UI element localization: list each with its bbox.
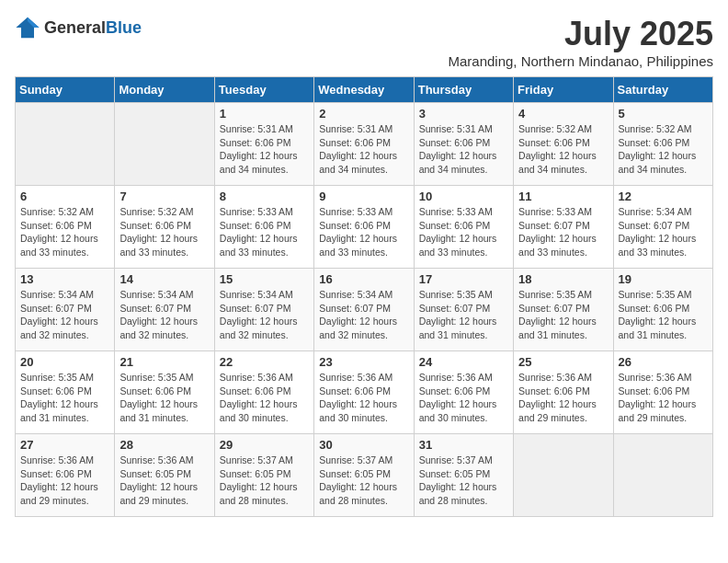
- day-header-thursday: Thursday: [414, 77, 513, 103]
- calendar-cell: 22Sunrise: 5:36 AM Sunset: 6:06 PM Dayli…: [214, 351, 313, 434]
- day-info: Sunrise: 5:32 AM Sunset: 6:06 PM Dayligh…: [518, 122, 608, 177]
- day-header-saturday: Saturday: [613, 77, 712, 103]
- day-number: 22: [220, 355, 309, 369]
- day-header-monday: Monday: [115, 77, 214, 103]
- calendar-cell: 4Sunrise: 5:32 AM Sunset: 6:06 PM Daylig…: [514, 103, 613, 186]
- day-number: 25: [518, 355, 608, 369]
- week-row-4: 20Sunrise: 5:35 AM Sunset: 6:06 PM Dayli…: [16, 351, 713, 434]
- logo-blue: Blue: [106, 18, 142, 37]
- calendar-cell: [613, 434, 712, 517]
- day-info: Sunrise: 5:34 AM Sunset: 6:07 PM Dayligh…: [119, 288, 209, 342]
- calendar-cell: 2Sunrise: 5:31 AM Sunset: 6:06 PM Daylig…: [314, 103, 414, 186]
- day-number: 26: [619, 355, 708, 369]
- day-number: 13: [20, 272, 109, 286]
- day-number: 4: [518, 107, 608, 121]
- day-number: 6: [20, 190, 109, 203]
- day-info: Sunrise: 5:34 AM Sunset: 6:07 PM Dayligh…: [220, 288, 309, 342]
- calendar-cell: [115, 103, 214, 186]
- calendar-cell: 11Sunrise: 5:33 AM Sunset: 6:07 PM Dayli…: [514, 186, 613, 269]
- calendar-cell: 28Sunrise: 5:36 AM Sunset: 6:05 PM Dayli…: [115, 434, 214, 517]
- day-number: 16: [319, 272, 408, 286]
- header: GeneralBlue July 2025 Maranding, Norther…: [15, 15, 713, 69]
- calendar-cell: 26Sunrise: 5:36 AM Sunset: 6:06 PM Dayli…: [613, 351, 712, 434]
- day-info: Sunrise: 5:36 AM Sunset: 6:06 PM Dayligh…: [220, 371, 309, 425]
- day-number: 1: [220, 107, 309, 121]
- day-number: 19: [619, 272, 708, 286]
- day-info: Sunrise: 5:33 AM Sunset: 6:07 PM Dayligh…: [518, 205, 608, 259]
- day-number: 10: [419, 190, 508, 203]
- day-info: Sunrise: 5:32 AM Sunset: 6:06 PM Dayligh…: [619, 122, 708, 177]
- calendar-cell: 31Sunrise: 5:37 AM Sunset: 6:05 PM Dayli…: [414, 434, 513, 517]
- calendar-table: SundayMondayTuesdayWednesdayThursdayFrid…: [15, 76, 713, 517]
- day-info: Sunrise: 5:35 AM Sunset: 6:06 PM Dayligh…: [20, 371, 109, 425]
- day-number: 12: [619, 190, 708, 203]
- day-info: Sunrise: 5:34 AM Sunset: 6:07 PM Dayligh…: [319, 288, 408, 342]
- calendar-cell: 16Sunrise: 5:34 AM Sunset: 6:07 PM Dayli…: [314, 269, 414, 351]
- day-number: 21: [119, 355, 209, 369]
- week-row-3: 13Sunrise: 5:34 AM Sunset: 6:07 PM Dayli…: [16, 269, 713, 351]
- calendar-cell: 8Sunrise: 5:33 AM Sunset: 6:06 PM Daylig…: [214, 186, 313, 269]
- day-number: 14: [119, 272, 209, 286]
- day-number: 31: [419, 438, 508, 452]
- day-number: 3: [419, 107, 508, 121]
- calendar-cell: 15Sunrise: 5:34 AM Sunset: 6:07 PM Dayli…: [214, 269, 313, 351]
- day-number: 28: [119, 438, 209, 452]
- day-number: 11: [518, 190, 608, 203]
- week-row-5: 27Sunrise: 5:36 AM Sunset: 6:06 PM Dayli…: [16, 434, 713, 517]
- day-info: Sunrise: 5:36 AM Sunset: 6:06 PM Dayligh…: [20, 454, 109, 508]
- calendar-cell: 9Sunrise: 5:33 AM Sunset: 6:06 PM Daylig…: [314, 186, 414, 269]
- day-info: Sunrise: 5:36 AM Sunset: 6:05 PM Dayligh…: [119, 454, 209, 508]
- day-number: 9: [319, 190, 408, 203]
- day-info: Sunrise: 5:33 AM Sunset: 6:06 PM Dayligh…: [220, 205, 309, 259]
- day-info: Sunrise: 5:31 AM Sunset: 6:06 PM Dayligh…: [319, 122, 408, 177]
- calendar-cell: 19Sunrise: 5:35 AM Sunset: 6:06 PM Dayli…: [613, 269, 712, 351]
- day-number: 23: [319, 355, 408, 369]
- day-header-tuesday: Tuesday: [214, 77, 313, 103]
- day-info: Sunrise: 5:33 AM Sunset: 6:06 PM Dayligh…: [319, 205, 408, 259]
- week-row-1: 1Sunrise: 5:31 AM Sunset: 6:06 PM Daylig…: [16, 103, 713, 186]
- day-info: Sunrise: 5:34 AM Sunset: 6:07 PM Dayligh…: [20, 288, 109, 342]
- title-area: July 2025 Maranding, Northern Mindanao, …: [448, 15, 713, 69]
- calendar-cell: 10Sunrise: 5:33 AM Sunset: 6:06 PM Dayli…: [414, 186, 513, 269]
- calendar-cell: 3Sunrise: 5:31 AM Sunset: 6:06 PM Daylig…: [414, 103, 513, 186]
- calendar-cell: 29Sunrise: 5:37 AM Sunset: 6:05 PM Dayli…: [214, 434, 313, 517]
- day-number: 5: [619, 107, 708, 121]
- day-info: Sunrise: 5:35 AM Sunset: 6:07 PM Dayligh…: [518, 288, 608, 342]
- location-subtitle: Maranding, Northern Mindanao, Philippine…: [448, 53, 713, 69]
- day-info: Sunrise: 5:36 AM Sunset: 6:06 PM Dayligh…: [619, 371, 708, 425]
- day-header-sunday: Sunday: [16, 77, 115, 103]
- calendar-cell: 7Sunrise: 5:32 AM Sunset: 6:06 PM Daylig…: [115, 186, 214, 269]
- day-info: Sunrise: 5:34 AM Sunset: 6:07 PM Dayligh…: [619, 205, 708, 259]
- day-number: 29: [220, 438, 309, 452]
- day-info: Sunrise: 5:33 AM Sunset: 6:06 PM Dayligh…: [419, 205, 508, 259]
- calendar-cell: 13Sunrise: 5:34 AM Sunset: 6:07 PM Dayli…: [16, 269, 115, 351]
- logo: GeneralBlue: [15, 15, 142, 40]
- day-info: Sunrise: 5:37 AM Sunset: 6:05 PM Dayligh…: [220, 454, 309, 508]
- day-info: Sunrise: 5:36 AM Sunset: 6:06 PM Dayligh…: [319, 371, 408, 425]
- day-info: Sunrise: 5:36 AM Sunset: 6:06 PM Dayligh…: [419, 371, 508, 425]
- calendar-cell: [16, 103, 115, 186]
- day-number: 20: [20, 355, 109, 369]
- day-info: Sunrise: 5:35 AM Sunset: 6:06 PM Dayligh…: [619, 288, 708, 342]
- calendar-cell: 18Sunrise: 5:35 AM Sunset: 6:07 PM Dayli…: [514, 269, 613, 351]
- day-info: Sunrise: 5:35 AM Sunset: 6:06 PM Dayligh…: [119, 371, 209, 425]
- calendar-cell: 21Sunrise: 5:35 AM Sunset: 6:06 PM Dayli…: [115, 351, 214, 434]
- calendar-cell: 17Sunrise: 5:35 AM Sunset: 6:07 PM Dayli…: [414, 269, 513, 351]
- day-info: Sunrise: 5:31 AM Sunset: 6:06 PM Dayligh…: [419, 122, 508, 177]
- calendar-cell: [514, 434, 613, 517]
- days-header-row: SundayMondayTuesdayWednesdayThursdayFrid…: [16, 77, 713, 103]
- calendar-cell: 30Sunrise: 5:37 AM Sunset: 6:05 PM Dayli…: [314, 434, 414, 517]
- day-number: 24: [419, 355, 508, 369]
- logo-general: General: [44, 18, 106, 37]
- day-number: 8: [220, 190, 309, 203]
- week-row-2: 6Sunrise: 5:32 AM Sunset: 6:06 PM Daylig…: [16, 186, 713, 269]
- calendar-cell: 20Sunrise: 5:35 AM Sunset: 6:06 PM Dayli…: [16, 351, 115, 434]
- day-number: 2: [319, 107, 408, 121]
- calendar-cell: 25Sunrise: 5:36 AM Sunset: 6:06 PM Dayli…: [514, 351, 613, 434]
- month-year-title: July 2025: [448, 15, 713, 53]
- calendar-cell: 24Sunrise: 5:36 AM Sunset: 6:06 PM Dayli…: [414, 351, 513, 434]
- day-number: 30: [319, 438, 408, 452]
- calendar-cell: 27Sunrise: 5:36 AM Sunset: 6:06 PM Dayli…: [16, 434, 115, 517]
- day-info: Sunrise: 5:32 AM Sunset: 6:06 PM Dayligh…: [119, 205, 209, 259]
- logo-icon: [15, 15, 40, 40]
